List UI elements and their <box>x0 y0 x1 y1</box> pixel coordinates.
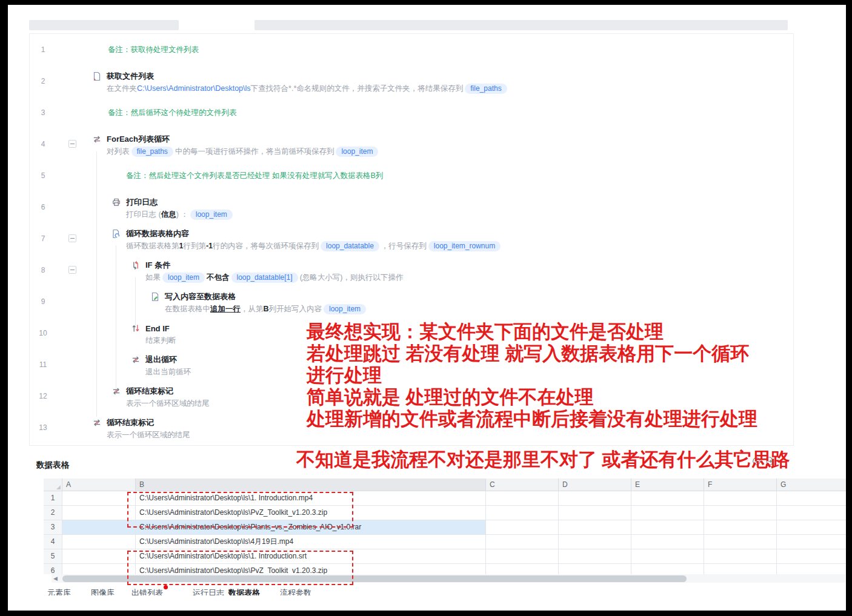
datatable-panel-title: 数据表格 <box>36 460 69 471</box>
row-header[interactable]: 6 <box>44 564 62 574</box>
if-condition-icon <box>131 260 141 270</box>
flow-row-5[interactable]: 5 备注：然后处理这个文件列表是否已经处理 如果没有处理就写入数据表格B列 <box>29 160 793 191</box>
row-number: 2 <box>35 65 51 97</box>
row-header[interactable]: 3 <box>44 520 62 535</box>
cell-b6[interactable]: C:\Users\Administrator\Desktop\ls\PvZ_To… <box>136 564 486 574</box>
column-header-g[interactable]: G <box>777 479 848 491</box>
export-datatable-icon[interactable] <box>765 456 774 466</box>
loop-datatable-icon <box>111 229 121 239</box>
loop-end-icon <box>92 418 102 428</box>
cell-a6[interactable] <box>62 564 136 574</box>
row-header[interactable]: 5 <box>44 549 62 564</box>
row-number: 13 <box>35 412 51 443</box>
step-title: 获取文件列表 <box>107 71 154 82</box>
print-log-icon <box>111 197 121 207</box>
screenshot-border <box>0 611 852 616</box>
flow-row-1[interactable]: 1 备注：获取待处理文件列表 <box>29 34 793 65</box>
error-badge-dot <box>164 585 168 589</box>
cell-b4[interactable]: C:\Users\Administrator\Desktop\ls\4月19日.… <box>136 535 486 549</box>
step-description: 表示一个循环区域的结尾 <box>126 398 210 409</box>
flow-row-12[interactable]: 12 循环结束标记 表示一个循环区域的结尾 <box>29 380 793 412</box>
row-number: 12 <box>35 380 51 412</box>
flow-row-9[interactable]: 9 写入内容至数据表格 在数据表格中追加一行，从第B列开始写入内容 loop_i… <box>29 286 793 317</box>
table-row: 1 C:\Users\Administrator\Desktop\ls\1. I… <box>44 491 848 506</box>
column-header-e[interactable]: E <box>631 479 704 491</box>
step-description: 对列表 file_paths 中的每一项进行循环操作，将当前循环项保存到 loo… <box>107 146 380 157</box>
row-header[interactable]: 1 <box>44 491 62 506</box>
flow-row-4[interactable]: 4 ForEach列表循环 对列表 file_paths 中的每一项进行循环操作… <box>29 128 793 160</box>
cell-a5[interactable] <box>62 549 136 564</box>
table-row: 6 C:\Users\Administrator\Desktop\ls\PvZ_… <box>44 564 848 574</box>
cell-a1[interactable] <box>62 491 136 506</box>
step-title: 循环结束标记 <box>107 417 154 428</box>
cell-b5[interactable]: C:\Users\Administrator\Desktop\ls\1. Int… <box>136 549 486 564</box>
row-number: 11 <box>35 349 51 380</box>
step-title: End IF <box>145 324 170 333</box>
cell-a4[interactable] <box>62 535 136 549</box>
step-title: 循环结束标记 <box>126 386 173 397</box>
screenshot-border <box>846 0 852 616</box>
row-header[interactable]: 2 <box>44 506 62 520</box>
flow-row-3[interactable]: 3 备注：然后循环这个待处理的文件列表 <box>29 97 793 128</box>
comment-text: 备注：然后循环这个待处理的文件列表 <box>108 97 237 128</box>
top-tab-bar-right <box>255 20 788 30</box>
collapse-button[interactable] <box>68 234 76 242</box>
column-header-d[interactable]: D <box>559 479 631 491</box>
step-description: 退出当前循环 <box>145 366 191 377</box>
step-title: 写入内容至数据表格 <box>165 291 236 302</box>
tab-datatable[interactable]: 数据表格 <box>228 588 260 595</box>
scrollbar-thumb[interactable] <box>62 575 687 582</box>
write-datatable-icon <box>150 292 160 302</box>
cell-b3[interactable]: C:\Users\Administrator\Desktop\ls\Plants… <box>136 520 486 535</box>
step-title: ForEach列表循环 <box>107 134 170 145</box>
select-all-corner[interactable] <box>44 479 62 491</box>
red-annotation-footnote: 不知道是我流程不对还是那里不对了 或者还有什么其它思路 <box>296 447 790 472</box>
flow-row-2[interactable]: 2 获取文件列表 在文件夹C:\Users\Administrator\Desk… <box>29 65 793 97</box>
flow-row-11[interactable]: 11 退出循环 退出当前循环 <box>29 349 793 380</box>
scroll-left-arrow-icon[interactable]: ◀ <box>53 575 58 581</box>
tab-image-library[interactable]: 图像库 <box>91 588 115 595</box>
datatable-header-row: A B C D E F G <box>44 479 848 491</box>
collapse-button[interactable] <box>68 140 76 148</box>
flow-row-8[interactable]: 8 IF 条件 如果 loop_item不包含loop_datatable[1]… <box>29 254 793 286</box>
flow-row-13[interactable]: 13 循环结束标记 表示一个循环区域的结尾 <box>29 412 793 443</box>
cell-a2[interactable] <box>62 506 136 520</box>
collapse-button[interactable] <box>68 266 76 274</box>
step-description: 循环数据表格第1行到第-1行的内容，将每次循环项保存到 loop_datatab… <box>126 240 502 251</box>
row-number: 7 <box>35 223 51 254</box>
column-header-c[interactable]: C <box>486 479 559 491</box>
table-row: 2 C:\Users\Administrator\Desktop\ls\PvZ_… <box>44 506 848 520</box>
row-number: 8 <box>35 254 51 286</box>
add-row-icon[interactable] <box>752 457 761 466</box>
cell-b1[interactable]: C:\Users\Administrator\Desktop\ls\1. Int… <box>136 491 486 506</box>
step-description: 如果 loop_item不包含loop_datatable[1] (忽略大小写)… <box>145 272 403 283</box>
table-row: 5 C:\Users\Administrator\Desktop\ls\1. I… <box>44 549 848 564</box>
table-row-selected: 3 C:\Users\Administrator\Desktop\ls\Plan… <box>44 520 848 535</box>
column-header-f[interactable]: F <box>704 479 777 491</box>
row-number: 10 <box>35 317 51 349</box>
row-number: 6 <box>35 191 51 223</box>
column-header-a[interactable]: A <box>62 479 136 491</box>
flow-row-6[interactable]: 6 打印日志 打印日志 (信息) ： loop_item <box>29 191 793 223</box>
row-header[interactable]: 4 <box>44 535 62 549</box>
file-list-icon <box>92 71 102 81</box>
flow-row-7[interactable]: 7 循环数据表格内容 循环数据表格第1行到第-1行的内容，将每次循环项保存到 l… <box>29 223 793 254</box>
flow-row-10[interactable]: 10 End IF 结束判断 <box>29 317 793 349</box>
table-row: 4 C:\Users\Administrator\Desktop\ls\4月19… <box>44 535 848 549</box>
tab-error-list[interactable]: 出错列表 <box>131 588 163 595</box>
column-header-b[interactable]: B <box>136 479 486 491</box>
horizontal-scrollbar[interactable]: ◀ <box>52 574 845 583</box>
screenshot-border <box>0 0 8 616</box>
step-description: 打印日志 (信息) ： loop_item <box>126 209 235 220</box>
cell-b2[interactable]: C:\Users\Administrator\Desktop\ls\PvZ_To… <box>136 506 486 520</box>
loop-end-icon <box>111 386 121 396</box>
rpa-editor-window: 1 备注：获取待处理文件列表 2 获取文件列表 在文件夹C:\Users\Adm… <box>0 0 852 616</box>
foreach-loop-icon <box>92 134 102 144</box>
end-if-icon <box>131 323 141 333</box>
tab-element-library[interactable]: 元素库 <box>47 588 71 595</box>
tab-run-log[interactable]: 运行日志 <box>193 588 224 595</box>
tab-flow-params[interactable]: 流程参数 <box>280 588 311 595</box>
cell-a3[interactable] <box>62 520 136 535</box>
step-title: 打印日志 <box>126 197 158 208</box>
step-title: 循环数据表格内容 <box>126 228 189 239</box>
